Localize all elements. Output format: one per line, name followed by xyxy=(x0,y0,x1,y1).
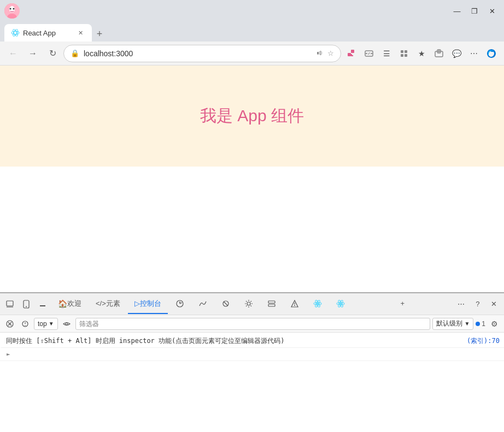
devtools-inspect-button[interactable] xyxy=(2,297,17,312)
reading-list-icon[interactable]: ☰ xyxy=(378,45,395,62)
bookmark-icon: ☆ xyxy=(327,49,334,57)
maximize-button[interactable]: ❐ xyxy=(467,3,482,19)
console-output: 同时按住 [⇧Shift + Alt] 时启用 inspector 功能(点击页… xyxy=(0,333,504,432)
svg-line-30 xyxy=(224,301,228,306)
console-message-text: 同时按住 [⇧Shift + Alt] 时启用 inspector 功能(点击页… xyxy=(6,336,285,346)
devtools-tab-extensions[interactable] xyxy=(284,294,306,314)
svg-point-35 xyxy=(294,305,295,306)
minimize-button[interactable]: — xyxy=(449,3,465,19)
svg-rect-21 xyxy=(7,301,13,306)
tab-bar: React App ✕ + xyxy=(0,22,504,42)
settings-icon[interactable]: ⋯ xyxy=(466,45,482,62)
devtools-tab-welcome[interactable]: 🏠 欢迎 xyxy=(51,294,88,314)
svg-rect-12 xyxy=(352,55,353,56)
navigation-bar: ← → ↻ 🔒 localhost:3000 🕫 ☆ ☰ xyxy=(0,42,504,66)
clear-console-button[interactable] xyxy=(3,317,16,330)
devtools-tab-settings2[interactable] xyxy=(238,294,260,314)
devtools-device-button[interactable] xyxy=(19,297,34,312)
context-dropdown-icon: ▼ xyxy=(49,321,54,327)
extensions-icon[interactable] xyxy=(343,45,360,62)
lock-icon: 🔒 xyxy=(71,49,79,57)
console-expand-arrow[interactable]: ► xyxy=(4,350,13,359)
svg-rect-15 xyxy=(405,50,407,53)
devtools-add-tab[interactable]: + xyxy=(394,294,412,314)
devtools-help-button[interactable]: ? xyxy=(470,297,485,312)
console-toolbar: top ▼ 默认级别 ▼ 1 ⚙ xyxy=(0,315,504,333)
share-icon[interactable] xyxy=(431,45,447,62)
forward-button[interactable]: → xyxy=(24,45,42,62)
app-content: 我是 App 组件 xyxy=(0,66,504,167)
devtools-close-button[interactable]: ✕ xyxy=(487,297,502,312)
svg-point-24 xyxy=(26,306,27,307)
read-aloud-icon: 🕫 xyxy=(316,49,323,57)
svg-point-51 xyxy=(66,323,68,325)
elements-icon: </> xyxy=(96,299,106,307)
svg-rect-33 xyxy=(268,304,275,306)
devtools-tab-react2[interactable] xyxy=(330,294,351,314)
new-tab-button[interactable]: + xyxy=(92,26,107,42)
welcome-icon: 🏠 xyxy=(58,299,67,308)
tab-label: React App xyxy=(23,29,72,37)
svg-point-31 xyxy=(247,302,250,305)
console-settings-button[interactable]: ⚙ xyxy=(488,317,501,330)
level-selector[interactable]: 默认级别 ▼ xyxy=(432,318,473,330)
devtools-tab-react1[interactable] xyxy=(307,294,329,314)
svg-rect-14 xyxy=(401,50,403,53)
svg-rect-16 xyxy=(401,54,403,57)
context-label: top xyxy=(38,320,47,328)
title-bar-left xyxy=(4,3,20,19)
devtools-minimize-button[interactable] xyxy=(35,297,50,312)
address-bar[interactable]: 🔒 localhost:3000 🕫 ☆ xyxy=(63,45,341,62)
context-selector[interactable]: top ▼ xyxy=(34,318,58,330)
console-message-2: ► xyxy=(0,348,504,361)
url-text: localhost:3000 xyxy=(84,49,312,58)
tab-close-button[interactable]: ✕ xyxy=(75,28,85,38)
app-below-content xyxy=(0,167,504,292)
issue-badge: 1 xyxy=(476,320,485,328)
close-button[interactable]: ✕ xyxy=(484,3,500,19)
devtools-right-controls: ⋯ ? ✕ xyxy=(454,297,502,312)
svg-rect-9 xyxy=(348,53,351,56)
svg-rect-17 xyxy=(405,54,407,57)
feedback-icon[interactable]: 💬 xyxy=(448,45,465,62)
devtools-tab-console[interactable]: ▷ 控制台 xyxy=(128,294,168,314)
console-source-link[interactable]: (索引):70 xyxy=(467,336,500,346)
devtools-toolbar: 🏠 欢迎 </> 元素 ▷ 控制台 xyxy=(0,293,504,315)
level-label: 默认级别 xyxy=(436,319,462,328)
nav-icons: ☰ ★ 💬 ⋯ xyxy=(343,45,500,62)
collections-icon[interactable] xyxy=(396,45,412,62)
browser-viewport: 我是 App 组件 xyxy=(0,66,504,292)
svg-rect-10 xyxy=(351,50,354,53)
active-tab[interactable]: React App ✕ xyxy=(4,24,92,42)
svg-point-6 xyxy=(11,31,19,34)
edge-icon[interactable] xyxy=(483,45,500,62)
devtools-tab-network[interactable] xyxy=(192,294,214,314)
no-issues-button[interactable] xyxy=(19,317,32,330)
profile-icon xyxy=(4,3,20,19)
issue-count: 1 xyxy=(482,320,485,328)
svg-point-3 xyxy=(10,8,11,10)
console-icon: ▷ xyxy=(134,299,140,307)
svg-rect-32 xyxy=(268,301,275,303)
devtools-tab-elements[interactable]: </> 元素 xyxy=(89,294,127,314)
tab-favicon xyxy=(11,28,20,37)
svg-rect-25 xyxy=(40,305,45,306)
svg-rect-11 xyxy=(351,54,352,56)
devtools-tab-performance[interactable] xyxy=(169,294,191,314)
devtools-panel: 🏠 欢迎 </> 元素 ▷ 控制台 xyxy=(0,292,504,432)
devtools-tab-sources[interactable] xyxy=(215,294,237,314)
favorites-icon[interactable]: ★ xyxy=(413,45,430,62)
refresh-button[interactable]: ↻ xyxy=(44,45,61,62)
filter-input[interactable] xyxy=(75,318,431,330)
title-bar-controls: — ❐ ✕ xyxy=(449,3,500,19)
eye-button[interactable] xyxy=(60,317,73,330)
devtools-more-button[interactable]: ⋯ xyxy=(454,297,469,312)
svg-point-50 xyxy=(25,325,26,326)
back-button[interactable]: ← xyxy=(4,45,22,62)
app-heading: 我是 App 组件 xyxy=(200,105,304,127)
title-bar: — ❐ ✕ xyxy=(0,0,504,22)
devtools-tab-storage[interactable] xyxy=(261,294,283,314)
devtools-icon[interactable] xyxy=(361,45,377,62)
svg-point-4 xyxy=(13,8,15,10)
console-message-1: 同时按住 [⇧Shift + Alt] 时启用 inspector 功能(点击页… xyxy=(0,335,504,348)
